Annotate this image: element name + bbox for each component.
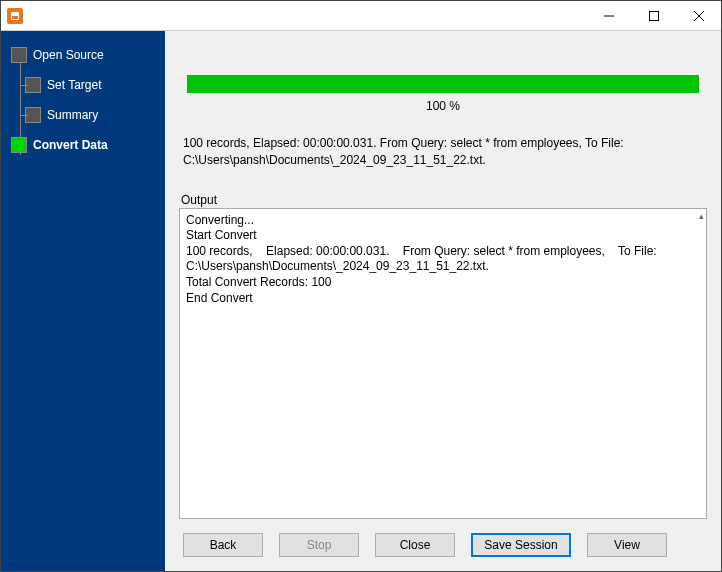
step-box-icon bbox=[25, 77, 41, 93]
step-label: Convert Data bbox=[33, 138, 108, 152]
step-box-icon bbox=[25, 107, 41, 123]
svg-rect-3 bbox=[649, 11, 658, 20]
close-button[interactable] bbox=[676, 1, 721, 30]
step-box-icon bbox=[11, 47, 27, 63]
output-label: Output bbox=[179, 193, 707, 207]
button-row: Back Stop Close Save Session View bbox=[179, 519, 707, 557]
step-convert-data[interactable]: Convert Data bbox=[11, 137, 165, 153]
step-label: Set Target bbox=[47, 78, 101, 92]
stop-button: Stop bbox=[279, 533, 359, 557]
main-panel: 100 % 100 records, Elapsed: 00:00:00.031… bbox=[165, 31, 721, 571]
progress-bar-container bbox=[179, 41, 707, 99]
back-button[interactable]: Back bbox=[183, 533, 263, 557]
progress-bar bbox=[187, 75, 699, 93]
scroll-up-icon[interactable]: ▴ bbox=[699, 211, 704, 221]
step-label: Summary bbox=[47, 108, 98, 122]
content-area: Open Source Set Target Summary Convert D… bbox=[1, 31, 721, 571]
close-wizard-button[interactable]: Close bbox=[375, 533, 455, 557]
svg-rect-1 bbox=[12, 16, 18, 19]
save-session-button[interactable]: Save Session bbox=[471, 533, 571, 557]
wizard-sidebar: Open Source Set Target Summary Convert D… bbox=[1, 31, 165, 571]
step-set-target[interactable]: Set Target bbox=[25, 77, 165, 93]
step-summary[interactable]: Summary bbox=[25, 107, 165, 123]
minimize-button[interactable] bbox=[586, 1, 631, 30]
maximize-button[interactable] bbox=[631, 1, 676, 30]
view-button[interactable]: View bbox=[587, 533, 667, 557]
progress-percent: 100 % bbox=[179, 99, 707, 117]
title-bar bbox=[1, 1, 721, 31]
titlebar-left bbox=[1, 8, 23, 24]
step-box-icon-active bbox=[11, 137, 27, 153]
status-text: 100 records, Elapsed: 00:00:00.031. From… bbox=[179, 117, 707, 175]
output-textarea[interactable]: Converting... Start Convert 100 records,… bbox=[180, 209, 706, 518]
step-open-source[interactable]: Open Source bbox=[11, 47, 165, 63]
progress-section: 100 % bbox=[179, 41, 707, 117]
window-controls bbox=[586, 1, 721, 30]
app-icon bbox=[7, 8, 23, 24]
step-label: Open Source bbox=[33, 48, 104, 62]
output-box: Converting... Start Convert 100 records,… bbox=[179, 208, 707, 519]
